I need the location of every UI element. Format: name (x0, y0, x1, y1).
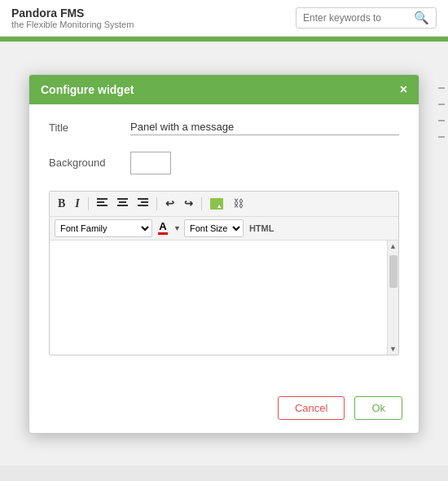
svg-rect-6 (138, 198, 148, 200)
cancel-button[interactable]: Cancel (278, 396, 345, 420)
toolbar-divider3 (201, 197, 202, 210)
title-row: Title Panel with a message (49, 121, 399, 135)
brand-subtitle: the Flexible Monitoring System (11, 20, 134, 29)
svg-rect-8 (138, 205, 148, 206)
title-value[interactable]: Panel with a message (130, 121, 399, 135)
align-left-icon (97, 198, 108, 207)
rte-content-area[interactable]: ▲ ▼ (50, 240, 398, 355)
font-color-button[interactable]: A (156, 220, 170, 236)
insert-link-button[interactable]: ⛓ (230, 196, 247, 211)
bold-button[interactable]: B (55, 196, 68, 212)
rich-text-editor: B I (49, 191, 399, 355)
background-label: Background (49, 157, 130, 169)
font-family-select[interactable]: Font Family Arial Times New Roman Courie… (55, 219, 152, 237)
font-color-letter: A (159, 221, 166, 232)
search-input[interactable] (303, 12, 409, 24)
align-left-button[interactable] (94, 196, 111, 211)
undo-button[interactable]: ↩ (162, 196, 178, 211)
title-label: Title (49, 121, 130, 134)
search-bar[interactable]: 🔍 (296, 7, 437, 29)
font-color-arrow[interactable]: ▼ (173, 224, 181, 232)
toolbar-divider2 (156, 197, 157, 210)
brand-info: Pandora FMS the Flexible Monitoring Syst… (11, 7, 134, 29)
top-bar: Pandora FMS the Flexible Monitoring Syst… (0, 0, 448, 37)
html-toggle-button[interactable]: HTML (247, 223, 277, 234)
toolbar-divider (88, 197, 89, 210)
svg-rect-5 (117, 205, 128, 206)
align-right-button[interactable] (134, 196, 152, 211)
align-right-icon (138, 198, 148, 207)
scrollbar-down-button[interactable]: ▼ (388, 343, 398, 355)
redo-button[interactable]: ↪ (181, 196, 196, 211)
modal-footer: Cancel Ok (29, 388, 419, 433)
svg-rect-3 (117, 198, 128, 200)
modal-body: Title Panel with a message Background B … (29, 104, 419, 388)
page-background: Configure widget × Title Panel with a me… (0, 42, 448, 466)
configure-widget-modal: Configure widget × Title Panel with a me… (29, 74, 419, 434)
font-color-indicator (158, 232, 168, 235)
scrollbar-thumb[interactable] (389, 255, 397, 288)
rte-scrollbar[interactable]: ▲ ▼ (387, 240, 398, 355)
svg-rect-2 (97, 205, 108, 206)
svg-rect-4 (119, 201, 126, 203)
modal-overlay: Configure widget × Title Panel with a me… (0, 42, 448, 466)
align-center-button[interactable] (114, 196, 131, 211)
insert-image-icon (210, 198, 223, 210)
rte-toolbar-row2: Font Family Arial Times New Roman Courie… (50, 217, 398, 240)
italic-button[interactable]: I (72, 196, 82, 212)
scrollbar-up-button[interactable]: ▲ (388, 240, 398, 252)
modal-close-button[interactable]: × (400, 83, 407, 96)
search-icon: 🔍 (414, 11, 429, 25)
modal-header: Configure widget × (29, 75, 419, 104)
insert-image-button[interactable] (207, 196, 226, 210)
ok-button[interactable]: Ok (354, 396, 402, 420)
modal-title: Configure widget (41, 83, 134, 96)
brand-name: Pandora FMS (11, 7, 134, 20)
rte-toolbar-row1: B I (50, 192, 398, 217)
svg-rect-7 (141, 201, 148, 203)
svg-rect-0 (97, 198, 108, 200)
font-size-select[interactable]: Font Size 8 10 12 14 18 24 (184, 219, 244, 237)
background-row: Background (49, 152, 399, 174)
background-color-swatch[interactable] (130, 152, 171, 174)
align-center-icon (117, 198, 128, 207)
svg-rect-1 (97, 201, 104, 203)
